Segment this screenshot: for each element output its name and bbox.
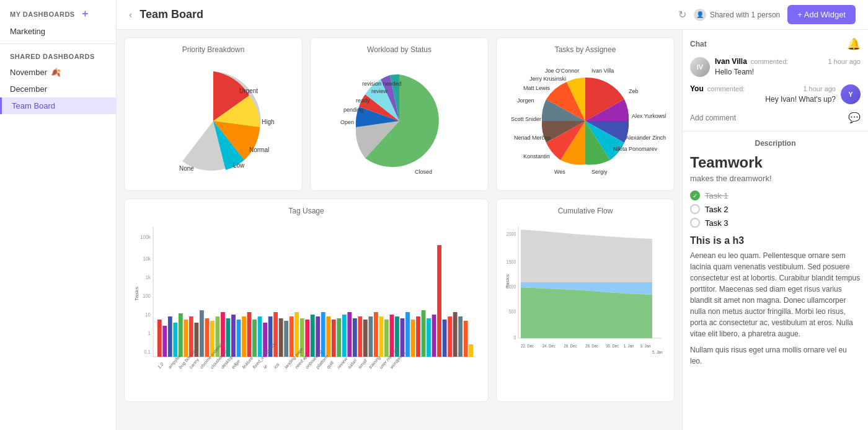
cumulative-flow-widget: Cumulative Flow 0 500 1000 1500 2000 Tas… — [496, 199, 675, 402]
svg-rect-79 — [379, 316, 384, 357]
svg-rect-73 — [347, 312, 352, 357]
svg-rect-66 — [311, 315, 315, 357]
add-widget-button[interactable]: + Add Widget — [787, 5, 856, 24]
svg-rect-39 — [168, 316, 172, 357]
november-label: November — [10, 68, 47, 77]
you-time: 1 hour ago — [803, 85, 836, 92]
send-icon[interactable]: 💬 — [848, 112, 861, 123]
svg-text:Zeb: Zeb — [629, 88, 639, 94]
svg-rect-92 — [448, 316, 452, 357]
svg-text:ios: ios — [273, 361, 280, 370]
workload-pie-svg: Closed issues found in progress revision… — [319, 62, 480, 180]
task-2-label: Task 2 — [705, 205, 728, 214]
svg-marker-128 — [521, 230, 652, 282]
svg-rect-37 — [157, 320, 162, 357]
svg-rect-42 — [184, 320, 188, 357]
svg-text:small: small — [357, 357, 368, 370]
sidebar-item-team-board[interactable]: Team Board — [0, 97, 116, 114]
svg-text:feature: feature — [241, 355, 254, 370]
svg-text:10: 10 — [145, 311, 151, 318]
sidebar-item-marketing[interactable]: Marketing — [0, 24, 116, 41]
shared-text: Shared with 1 person — [710, 11, 780, 19]
svg-text:Konstantin: Konstantin — [523, 153, 550, 159]
assignee-chart: Ivan Villa Zeb Alex Yurkowski Alexander … — [504, 59, 666, 183]
you-message: Hey Ivan! What's up? — [690, 95, 836, 104]
svg-rect-96 — [469, 344, 473, 357]
chat-message-ivan: IV Ivan Villa commented: 1 hour ago Hell… — [690, 57, 861, 77]
shared-dashboards-label: SHARED DASHBOARDS — [0, 47, 116, 64]
priority-chart: Urgent High Normal Low None — [132, 59, 294, 183]
svg-text:100: 100 — [143, 292, 151, 299]
task-1-check[interactable]: ✓ — [690, 190, 700, 200]
svg-rect-46 — [205, 318, 210, 357]
svg-text:10k: 10k — [143, 255, 151, 262]
shared-badge: 👤 Shared with 1 person — [694, 9, 780, 21]
svg-rect-87 — [422, 310, 426, 357]
ivan-message-content: Ivan Villa commented: 1 hour ago Hello T… — [715, 57, 861, 77]
sidebar-item-november[interactable]: November 🍂 — [0, 64, 116, 81]
svg-text:review: review — [336, 356, 348, 370]
svg-text:Nenad Merčep: Nenad Merčep — [514, 135, 551, 141]
refresh-button[interactable]: ↻ — [678, 9, 686, 20]
cumulative-title: Cumulative Flow — [504, 207, 666, 215]
svg-rect-38 — [162, 326, 167, 357]
ivan-meta: Ivan Villa commented: 1 hour ago — [715, 57, 861, 66]
svg-text:pending: pending — [343, 107, 363, 113]
user-icon: 👤 — [694, 9, 706, 21]
svg-rect-51 — [231, 315, 236, 357]
svg-text:24. Dec: 24. Dec — [542, 343, 556, 349]
description-section: Description Teamwork makes the dreamwork… — [683, 132, 868, 374]
workload-title: Workload by Status — [318, 45, 480, 54]
svg-rect-78 — [374, 312, 378, 357]
you-message-content: You commented: 1 hour ago Hey Ivan! What… — [690, 84, 836, 104]
svg-text:Wes: Wes — [554, 169, 565, 175]
chat-section: Chat 🔔 IV Ivan Villa commented: 1 hour a… — [683, 30, 868, 132]
tag-usage-title: Tag Usage — [132, 207, 480, 215]
desc-h3: This is a h3 — [690, 235, 861, 246]
right-panel: Chat 🔔 IV Ivan Villa commented: 1 hour a… — [682, 30, 868, 430]
svg-rect-65 — [305, 320, 309, 357]
sidebar-item-december[interactable]: December — [0, 81, 116, 97]
svg-rect-94 — [458, 316, 463, 357]
desc-paragraph-2: Nullam quis risus eget urna mollis ornar… — [690, 344, 861, 367]
svg-rect-80 — [384, 320, 389, 357]
svg-rect-95 — [464, 321, 468, 357]
svg-text:100k: 100k — [140, 233, 151, 240]
svg-rect-50 — [226, 318, 231, 357]
svg-rect-90 — [437, 245, 441, 357]
tag-usage-svg: 0.1 1 10 100 1k 10k 100k Tasks — [132, 220, 480, 394]
task-2-check[interactable] — [690, 204, 700, 214]
sidebar: MY DASHBOARDS ＋ Marketing SHARED DASHBOA… — [0, 0, 117, 430]
svg-text:Tasks: Tasks — [134, 287, 140, 301]
dashboard-grid: Priority Breakdown Urgent — [117, 30, 682, 430]
task-3-label: Task 3 — [705, 218, 728, 228]
chat-input[interactable] — [690, 114, 843, 122]
add-dashboard-icon[interactable]: ＋ — [80, 7, 91, 20]
task-1-label: Task 1 — [705, 191, 728, 200]
svg-rect-53 — [242, 316, 246, 357]
svg-text:Jerry Krusinski: Jerry Krusinski — [529, 76, 566, 82]
svg-text:1k: 1k — [146, 274, 151, 280]
svg-rect-77 — [368, 316, 373, 357]
team-board-label: Team Board — [12, 101, 55, 110]
svg-text:0: 0 — [513, 334, 516, 341]
svg-rect-75 — [358, 316, 362, 357]
back-button[interactable]: ‹ — [129, 9, 132, 20]
svg-rect-59 — [273, 312, 278, 357]
svg-text:500: 500 — [509, 308, 516, 315]
task-3-check[interactable] — [690, 218, 700, 228]
sidebar-divider — [0, 43, 116, 44]
chat-message-you: Y You commented: 1 hour ago Hey Ivan! Wh… — [690, 84, 861, 104]
desc-sub: makes the dreamwork! — [690, 174, 861, 183]
workload-widget: Workload by Status — [310, 37, 489, 191]
svg-rect-56 — [258, 316, 262, 357]
chat-notification-icon: 🔔 — [847, 37, 861, 51]
svg-rect-74 — [353, 318, 357, 357]
desc-heading: Teamwork — [690, 154, 861, 171]
svg-text:quill: quill — [326, 359, 335, 370]
svg-marker-130 — [521, 287, 652, 338]
content-area: Priority Breakdown Urgent — [117, 30, 868, 430]
svg-text:High: High — [262, 119, 275, 125]
svg-text:Closed: Closed — [415, 169, 432, 175]
svg-text:Matt Lewis: Matt Lewis — [523, 85, 551, 91]
